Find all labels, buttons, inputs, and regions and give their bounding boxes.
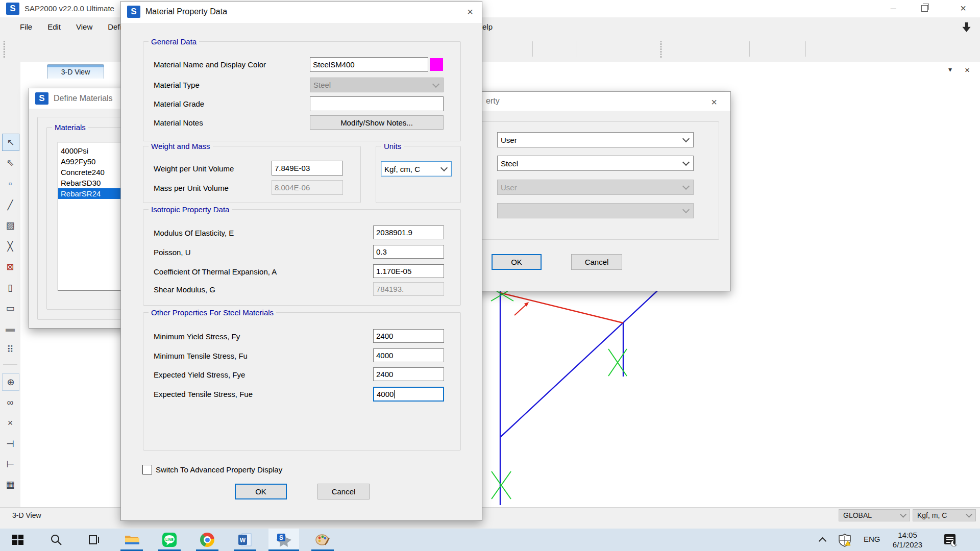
cancel-button[interactable]: Cancel [317, 484, 370, 499]
chevron-down-icon [682, 206, 690, 213]
snap-line-icon[interactable]: ∞ [2, 394, 18, 411]
dialog-close-icon[interactable]: × [463, 5, 477, 19]
draw-point-icon[interactable]: ▫ [2, 176, 18, 192]
coordinate-system-combobox[interactable]: GLOBAL [839, 509, 910, 521]
quick-draw-secondary-brace-icon[interactable]: ⊠ [2, 259, 18, 275]
min-yield-input[interactable]: 2400 [373, 329, 444, 343]
modulus-input[interactable]: 2038901.9 [373, 226, 444, 239]
material-property-titlebar[interactable]: S Material Property Data × [121, 2, 482, 23]
word-letter: W [240, 537, 246, 544]
line-app-button[interactable]: LINE [154, 529, 185, 551]
mass-per-unit-volume-input: 8.004E-06 [272, 180, 343, 195]
material-notes-label: Material Notes [154, 118, 203, 127]
snap-grid-icon[interactable]: ▦ [2, 477, 18, 493]
sap-dialog-icon: S [127, 6, 140, 18]
chevron-down-icon [682, 135, 690, 142]
material-grade-input[interactable] [310, 96, 444, 111]
units-status-combobox[interactable]: Kgf, m, C [913, 509, 976, 521]
expected-yield-input[interactable]: 2400 [373, 367, 444, 381]
toolbar-drag-handle[interactable] [660, 40, 662, 58]
tray-expand-chevron-icon[interactable] [819, 537, 827, 545]
view-tab-label: 3-D View [61, 68, 90, 76]
start-button[interactable] [3, 529, 33, 551]
min-tensile-input[interactable]: 4000 [373, 348, 444, 362]
line-app-icon: LINE [162, 532, 177, 547]
csys-value: GLOBAL [843, 511, 872, 519]
toolbar-separator [749, 41, 750, 57]
material-type-combobox[interactable]: Steel [497, 156, 694, 171]
menu-help-fragment[interactable]: elp [482, 22, 493, 31]
chevron-down-icon [682, 183, 690, 190]
thermal-expansion-input[interactable]: 1.170E-05 [373, 264, 444, 278]
toolbar-divider [3, 364, 17, 365]
display-color-swatch[interactable] [430, 58, 443, 71]
standard-combobox: User [497, 180, 694, 195]
desktop: { "titlebar": { "app_title": "SAP2000 v2… [0, 0, 980, 551]
poisson-input[interactable]: 0.3 [373, 245, 444, 259]
min-tensile-label: Minimum Tensile Stress, Fu [154, 352, 248, 360]
notification-center-icon[interactable] [943, 533, 958, 546]
download-arrow-icon[interactable] [960, 21, 974, 36]
sap2000-taskbar-button[interactable]: S [268, 529, 299, 551]
steel-properties-label: Other Properties For Steel Materials [149, 308, 276, 317]
view-menu-caret-icon[interactable]: ▾ [948, 65, 952, 73]
security-shield-icon[interactable] [838, 533, 853, 547]
view-close-icon[interactable]: × [965, 65, 970, 76]
material-type-value: Steel [313, 81, 331, 89]
region-combobox[interactable]: User [497, 132, 694, 147]
modify-show-notes-button[interactable]: Modify/Show Notes... [310, 115, 444, 130]
weight-mass-label: Weight and Mass [149, 142, 213, 151]
paint-button[interactable] [307, 529, 338, 551]
draw-quad-icon[interactable]: ▯ [2, 280, 18, 296]
isotropic-label: Isotropic Property Data [149, 205, 232, 214]
clock[interactable]: 14:05 6/1/2023 [887, 530, 928, 549]
units-combobox[interactable]: Kgf, cm, C [381, 161, 452, 177]
ok-button[interactable]: OK [235, 484, 287, 499]
snap-intersection-icon[interactable]: × [2, 415, 18, 431]
task-view-button[interactable] [79, 529, 110, 551]
general-data-label: General Data [149, 37, 199, 46]
chrome-button[interactable] [192, 529, 223, 551]
draw-rect-area-icon[interactable]: ▭ [2, 300, 18, 316]
material-name-input[interactable]: SteelSM400 [310, 57, 428, 72]
draw-frame-line-icon[interactable]: ╱ [2, 197, 18, 213]
view-tab-3d[interactable]: 3-D View [47, 64, 104, 79]
region-value: User [501, 136, 517, 144]
snap-edge-icon[interactable]: ⊢ [2, 456, 18, 472]
weight-per-unit-volume-input[interactable]: 7.849E-03 [272, 161, 343, 176]
status-view-label: 3-D View [12, 511, 41, 519]
menu-edit[interactable]: Edit [40, 22, 68, 31]
expected-tensile-input-focused[interactable]: 4000 [373, 387, 444, 402]
menu-file[interactable]: File [12, 22, 40, 31]
file-explorer-button[interactable] [116, 529, 147, 551]
quick-draw-brace-icon[interactable]: ╳ [2, 238, 18, 255]
language-indicator[interactable]: ENG [864, 535, 880, 543]
toolbar-drag-handle[interactable] [3, 40, 5, 58]
minimize-icon: ─ [891, 4, 896, 13]
ok-button[interactable]: OK [492, 254, 542, 270]
quick-draw-area-icon[interactable]: ▬ [2, 320, 18, 337]
expected-tensile-label: Expected Tensile Stress, Fue [154, 390, 253, 398]
search-icon [50, 533, 63, 546]
advanced-display-checkbox[interactable] [142, 465, 152, 474]
material-name-label: Material Name and Display Color [154, 60, 266, 69]
word-button[interactable]: W [230, 529, 260, 551]
snap-perpendicular-icon[interactable]: ⊣ [2, 436, 18, 452]
snap-points-icon[interactable]: ⊕ [2, 373, 19, 391]
sap2000-app-icon: S [276, 532, 292, 547]
restore-button[interactable] [913, 0, 936, 17]
add-material-title-fragment: erty [486, 96, 500, 106]
toolbar-separator [576, 41, 576, 57]
material-type-value: Steel [501, 159, 518, 168]
menu-view[interactable]: View [68, 22, 100, 31]
minimize-button[interactable]: ─ [881, 0, 905, 17]
quick-draw-frame-icon[interactable]: ▨ [2, 217, 18, 234]
cancel-button[interactable]: Cancel [571, 254, 622, 270]
pointer-select-icon[interactable]: ↖ [2, 134, 19, 151]
search-button[interactable] [41, 529, 71, 551]
close-button[interactable]: × [951, 0, 975, 17]
text-caret [394, 390, 395, 398]
dialog-close-icon[interactable]: × [707, 95, 721, 109]
draw-grid-icon[interactable]: ⠿ [2, 341, 18, 358]
reshape-icon[interactable]: ⇖ [2, 155, 18, 171]
